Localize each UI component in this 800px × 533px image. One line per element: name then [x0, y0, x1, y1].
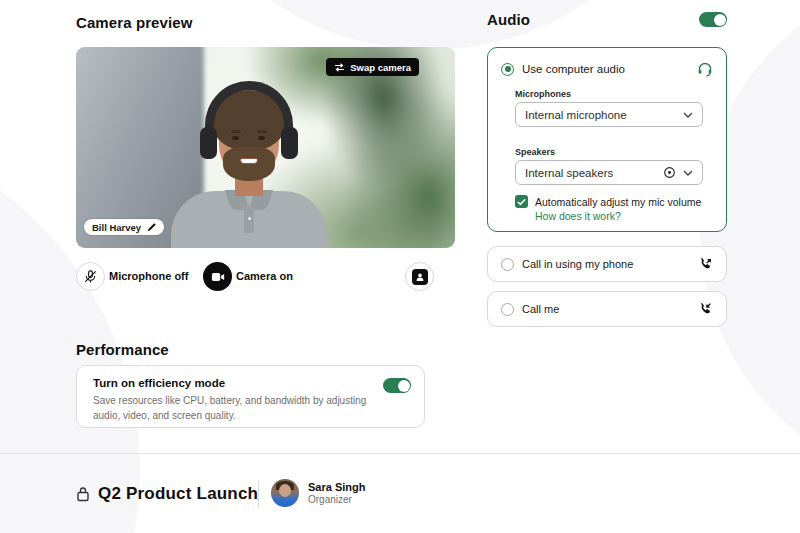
participant-name: Bill Harvey: [92, 222, 141, 233]
microphone-select[interactable]: Internal microphone: [515, 102, 703, 127]
microphone-status-label: Microphone off: [109, 270, 188, 282]
call-me-option[interactable]: Call me: [487, 291, 727, 327]
swap-camera-icon: [334, 63, 345, 72]
participant-name-tag[interactable]: Bill Harvey: [84, 219, 164, 235]
call-in-label: Call in using my phone: [522, 258, 690, 270]
test-speaker-icon[interactable]: [663, 166, 676, 179]
call-in-option[interactable]: Call in using my phone: [487, 246, 727, 282]
camera-on-icon: [211, 271, 225, 283]
swap-camera-label: Swap camera: [350, 62, 411, 73]
headphones: [205, 81, 293, 143]
speakers-label: Speakers: [515, 147, 555, 157]
chevron-down-icon: [683, 112, 693, 118]
camera-toggle-button[interactable]: [203, 262, 232, 291]
microphone-off-icon: [83, 269, 98, 284]
microphone-selected-value: Internal microphone: [525, 109, 676, 121]
efficiency-mode-card: Turn on efficiency mode Save resources l…: [76, 365, 425, 428]
efficiency-mode-label: Turn on efficiency mode: [93, 377, 225, 389]
how-does-it-work-link[interactable]: How does it work?: [535, 210, 621, 222]
chevron-down-icon: [683, 170, 693, 176]
swap-camera-button[interactable]: Swap camera: [326, 58, 419, 76]
call-in-radio[interactable]: [501, 258, 514, 271]
camera-preview-heading: Camera preview: [76, 14, 192, 31]
call-out-phone-icon: [698, 257, 713, 272]
use-computer-audio-radio[interactable]: [501, 63, 514, 76]
use-computer-audio-label: Use computer audio: [522, 63, 689, 75]
edit-name-icon[interactable]: [147, 223, 156, 232]
participant-video-person: [76, 47, 455, 248]
microphone-toggle-button[interactable]: [76, 262, 105, 291]
call-me-label: Call me: [522, 303, 690, 315]
audio-heading: Audio: [487, 11, 530, 28]
organizer-avatar: [271, 479, 299, 507]
microphones-label: Microphones: [515, 89, 571, 99]
performance-heading: Performance: [76, 341, 169, 358]
efficiency-mode-description: Save resources like CPU, battery, and ba…: [93, 394, 383, 423]
camera-status-label: Camera on: [236, 270, 293, 282]
computer-audio-card: Use computer audio Microphones Internal …: [487, 47, 727, 232]
organizer-role: Organizer: [308, 494, 352, 505]
lock-icon: [76, 486, 90, 502]
background-watermark: [150, 0, 710, 50]
virtual-background-button[interactable]: [405, 262, 434, 291]
footer-divider: [0, 453, 800, 454]
headset-icon: [697, 61, 713, 77]
call-in-phone-icon: [698, 302, 713, 317]
meeting-title: Q2 Product Launch: [98, 484, 258, 504]
auto-adjust-mic-checkbox[interactable]: [515, 195, 528, 208]
audio-toggle[interactable]: [699, 12, 727, 27]
call-me-radio[interactable]: [501, 303, 514, 316]
speakers-select[interactable]: Internal speakers: [515, 160, 703, 185]
speakers-selected-value: Internal speakers: [525, 167, 656, 179]
virtual-background-icon: [412, 269, 428, 285]
organizer-name: Sara Singh: [308, 481, 365, 493]
efficiency-mode-toggle[interactable]: [383, 378, 411, 393]
camera-preview-video: Swap camera Bill Harvey: [76, 47, 455, 248]
footer-vertical-divider: [258, 481, 259, 507]
pre-join-screen: Camera preview Swap camera: [0, 0, 800, 533]
auto-adjust-mic-label: Automatically adjust my mic volume: [535, 195, 701, 208]
